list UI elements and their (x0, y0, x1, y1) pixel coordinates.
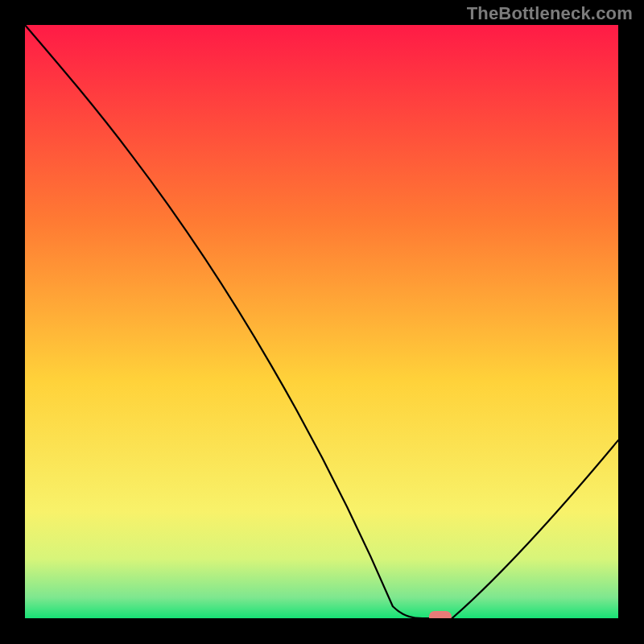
optimal-marker (429, 611, 452, 622)
chart-frame: TheBottleneck.com (0, 0, 644, 644)
plot-background-gradient (25, 25, 618, 618)
bottleneck-chart (0, 0, 644, 644)
